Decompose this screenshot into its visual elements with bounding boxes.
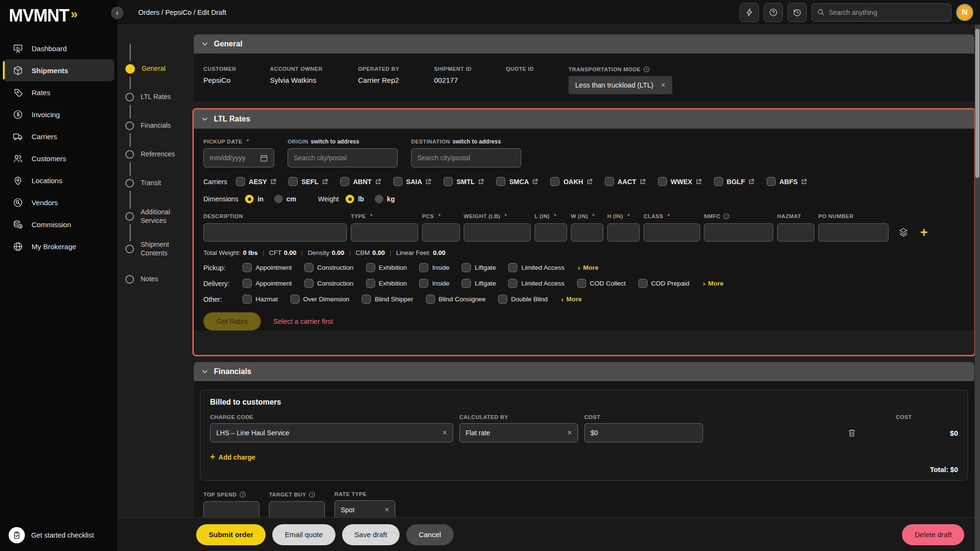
checkbox[interactable] [362, 295, 371, 304]
other-blind-shipper-checkbox[interactable]: Blind Shipper [362, 295, 413, 304]
checkbox[interactable] [498, 295, 507, 304]
delete-charge-icon[interactable] [847, 428, 857, 438]
external-link-icon[interactable] [640, 179, 646, 185]
delete-draft-button[interactable]: Delete draft [902, 524, 964, 545]
weight-input[interactable] [464, 223, 531, 242]
external-link-icon[interactable] [748, 179, 754, 185]
radio[interactable] [375, 195, 383, 203]
pickup-date-input[interactable]: mm/dd/yyyy [203, 148, 274, 167]
delivery-cod-prepaid-checkbox[interactable]: COD Prepaid [638, 279, 690, 288]
checkbox[interactable] [638, 279, 647, 288]
charge-code-select[interactable]: LHS – Line Haul Service × [210, 423, 453, 442]
sidebar-item-dashboard[interactable]: Dashboard [3, 37, 114, 59]
ltl-rates-section-header[interactable]: LTL Rates [194, 110, 974, 129]
carrier-checkbox-aesy[interactable]: AESY [236, 177, 276, 186]
radio-selected[interactable] [345, 195, 354, 203]
help-icon[interactable]: ? [723, 213, 730, 220]
sidebar-item-customers[interactable]: Customers [3, 147, 114, 169]
checkbox[interactable] [462, 263, 471, 272]
length-input[interactable] [535, 223, 567, 242]
calendar-icon[interactable] [260, 154, 268, 162]
class-input[interactable] [644, 223, 700, 242]
delivery-construction-checkbox[interactable]: Construction [304, 279, 354, 288]
radio-selected[interactable] [245, 195, 254, 203]
delivery-more-link[interactable]: ›More [703, 279, 724, 287]
step-transit[interactable]: Transit [125, 179, 189, 187]
sidebar-item-my-brokerage[interactable]: My Brokerage [3, 235, 114, 257]
checkbox[interactable] [714, 177, 723, 186]
checkbox[interactable] [290, 295, 300, 304]
quick-actions-button[interactable] [740, 3, 759, 22]
origin-switch-to-address[interactable]: switch to address [311, 138, 359, 145]
checkbox[interactable] [444, 177, 453, 186]
checkbox[interactable] [426, 295, 435, 304]
submit-order-button[interactable]: Submit order [196, 524, 266, 545]
brand-logo[interactable]: MVMNT » [0, 0, 117, 26]
calculated-by-select[interactable]: Flat rate × [459, 423, 578, 442]
external-link-icon[interactable] [478, 179, 484, 185]
other-double-blind-checkbox[interactable]: Double Blind [498, 295, 548, 304]
checkbox[interactable] [243, 279, 252, 288]
destination-input[interactable] [411, 148, 521, 167]
pickup-more-link[interactable]: ›More [578, 264, 599, 272]
pickup-construction-checkbox[interactable]: Construction [304, 263, 354, 272]
checkbox[interactable] [366, 279, 375, 288]
carrier-checkbox-aact[interactable]: AACT [605, 177, 646, 186]
get-started-checklist[interactable]: Get started checklist [9, 527, 94, 543]
cost-input[interactable] [584, 423, 703, 442]
scrollbar-thumb[interactable] [975, 29, 980, 178]
description-input[interactable] [203, 223, 347, 242]
checkbox[interactable] [304, 279, 313, 288]
checkbox[interactable] [462, 279, 471, 288]
scrollbar[interactable] [975, 25, 980, 551]
other-hazmat-checkbox[interactable]: Hazmat [243, 295, 278, 304]
carrier-checkbox-smca[interactable]: SMCA [496, 177, 538, 186]
checkbox[interactable] [550, 177, 559, 186]
checkbox[interactable] [340, 177, 349, 186]
carrier-checkbox-oakh[interactable]: OAKH [550, 177, 592, 186]
checkbox[interactable] [577, 279, 586, 288]
checkbox[interactable] [767, 177, 776, 186]
checkbox[interactable] [236, 177, 245, 186]
delivery-exhibition-checkbox[interactable]: Exhibition [366, 279, 407, 288]
checkbox[interactable] [289, 177, 298, 186]
carrier-checkbox-sefl[interactable]: SEFL [289, 177, 328, 186]
add-item-row-icon[interactable]: + [920, 226, 928, 239]
external-link-icon[interactable] [425, 179, 431, 185]
step-shipment-contents[interactable]: Shipment Contents [125, 241, 189, 257]
breadcrumb[interactable]: Orders / PepsiCo / Edit Draft [138, 9, 226, 16]
external-link-icon[interactable] [587, 179, 592, 185]
step-general[interactable]: General [125, 64, 190, 74]
checkbox[interactable] [508, 279, 517, 288]
sidebar-item-vendors[interactable]: Vendors [3, 191, 114, 213]
sidebar-item-commission[interactable]: $ Commission [3, 213, 114, 235]
external-link-icon[interactable] [696, 179, 702, 185]
carrier-checkbox-bglf[interactable]: BGLF [714, 177, 754, 186]
checkbox[interactable] [419, 279, 428, 288]
checkbox[interactable] [508, 263, 517, 272]
step-additional-services[interactable]: Additional Services [125, 208, 189, 225]
clear-rate-type-icon[interactable]: × [385, 506, 389, 514]
delivery-liftgate-checkbox[interactable]: Liftgate [462, 279, 496, 288]
checkbox[interactable] [419, 263, 428, 272]
help-icon[interactable]: ? [239, 491, 246, 498]
add-charge-link[interactable]: Add charge [210, 452, 256, 462]
pickup-exhibition-checkbox[interactable]: Exhibition [366, 263, 407, 272]
checkbox[interactable] [243, 263, 252, 272]
carrier-checkbox-saia[interactable]: SAIA [393, 177, 431, 186]
dimensions-cm-radio[interactable]: cm [274, 195, 296, 203]
help-button[interactable] [764, 3, 783, 22]
width-input[interactable] [571, 223, 603, 242]
height-input[interactable] [607, 223, 640, 242]
po-number-input[interactable] [818, 223, 889, 242]
carrier-checkbox-wwex[interactable]: WWEX [658, 177, 702, 186]
weight-lb-radio[interactable]: lb [345, 195, 364, 203]
sidebar-collapse-button[interactable]: ‹ [111, 7, 123, 19]
hazmat-input[interactable] [777, 223, 814, 242]
step-references[interactable]: References [125, 150, 189, 159]
clear-calculated-by-icon[interactable]: × [568, 429, 572, 437]
radio[interactable] [274, 195, 283, 203]
sidebar-item-shipments[interactable]: Shipments [3, 59, 114, 81]
remove-mode-icon[interactable]: × [661, 81, 665, 89]
nmfc-input[interactable] [704, 223, 773, 242]
